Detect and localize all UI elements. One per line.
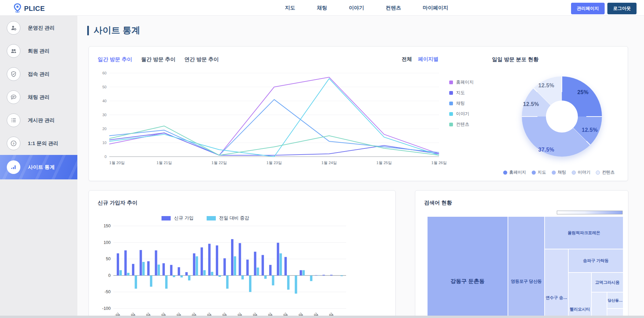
treemap-cell[interactable]: 송파구 가락동 [569,249,623,272]
svg-text:1월 2일: 1월 2일 [230,312,243,316]
tab-monthly-visits[interactable]: 월간 방문 추이 [141,56,176,63]
donut-legend-chat[interactable]: 채팅 [552,170,566,175]
nav-map[interactable]: 지도 [285,5,295,11]
svg-text:1월 14일: 1월 14일 [320,312,334,316]
scope-by-page[interactable]: 페이지별 [418,56,438,63]
map-pin-icon [14,3,21,14]
svg-text:-100: -100 [102,306,111,311]
legend-swatch [207,216,216,220]
legend-swatch [449,112,453,116]
sidebar-item-label: 접속 관리 [28,71,50,77]
legend-item-homepage[interactable]: 홈페이지 [449,79,474,85]
sidebar-item-chat[interactable]: 채팅 관리 [0,86,77,109]
sidebar-item-access[interactable]: 접속 관리 [0,63,77,86]
svg-text:50: 50 [102,85,107,89]
admin-gear-icon [7,21,20,35]
legend-swatch [503,171,507,175]
sidebar-item-inquiry[interactable]: ? 1:1 문의 관리 [0,132,77,155]
members-icon [7,44,20,58]
svg-text:?: ? [13,142,15,145]
svg-text:12월 31일: 12월 31일 [211,312,228,316]
legend-swatch [449,91,453,95]
horizontal-scrollbar[interactable] [0,316,644,318]
svg-text:1월 4일: 1월 4일 [245,312,258,316]
chat-bubble-icon [7,90,20,104]
treemap-cell[interactable]: 강동구 둔촌동 [428,217,508,316]
logout-button[interactable]: 로그아웃 [607,3,637,14]
new-members-card: 신규 가입자 추이 신규 가입 전일 대비 증감 150100500-50-10… [89,190,396,316]
treemap-cell[interactable]: 고덕그라시움 [592,273,623,292]
svg-text:40: 40 [102,99,107,103]
new-members-bar-chart: 150100500-50-10012월 17일12월 19일12월 21일12월… [95,222,356,316]
legend-swatch [449,102,453,105]
svg-text:1월 23일: 1월 23일 [266,161,282,165]
donut-legend-contents[interactable]: 컨텐츠 [596,170,615,175]
svg-text:12월 29일: 12월 29일 [196,312,212,316]
svg-text:50: 50 [106,257,111,261]
svg-text:12월 23일: 12월 23일 [150,312,167,316]
bar-chart-svg: 150100500-50-10012월 17일12월 19일12월 21일12월… [95,222,356,316]
treemap-cell[interactable]: 영등포구 당산동 [508,217,544,316]
treemap-cell[interactable]: 은평구… [607,309,623,316]
nav-story[interactable]: 이야기 [349,5,364,11]
svg-text:150: 150 [103,224,111,228]
treemap-cell[interactable]: 수원시… [592,293,607,316]
topbar-buttons: 관리페이지 로그아웃 [571,3,637,14]
legend-item-chat[interactable]: 채팅 [449,100,474,106]
svg-text:12월 19일: 12월 19일 [120,312,136,316]
nav-chat[interactable]: 채팅 [317,5,327,11]
donut-legend-homepage[interactable]: 홈페이지 [503,170,526,175]
legend-swatch [596,171,600,175]
search-keyword-treemap: 강동구 둔촌동 영등포구 당산동 올림픽파크포레온 연수구 송… 송파구 가락동… [428,217,623,316]
svg-text:20: 20 [102,127,107,131]
sidebar-item-admins[interactable]: 운영진 관리 [0,16,77,39]
scope-toggle: 전체 페이지별 [402,56,438,63]
treemap-scale-slider[interactable] [557,211,623,214]
legend-item-contents[interactable]: 컨텐츠 [449,121,474,127]
svg-text:1월 12일: 1월 12일 [304,312,319,316]
donut-label-story: 12.5% [523,101,539,107]
treemap-cell[interactable]: 올림픽파크포레온 [545,217,623,249]
legend-item-story[interactable]: 이야기 [449,111,474,117]
legend-item-map[interactable]: 지도 [449,90,474,96]
svg-text:0: 0 [105,155,107,159]
svg-text:100: 100 [103,240,111,245]
sidebar-item-board[interactable]: 게시판 관리 [0,109,77,132]
brand-logo[interactable]: PLICE [14,3,45,14]
treemap-cell[interactable]: 당산동… [607,293,623,308]
sidebar-item-members[interactable]: 회원 관리 [0,39,77,63]
treemap-cell[interactable]: 연수구 송… [545,249,568,316]
scope-all[interactable]: 전체 [402,56,412,63]
svg-text:0: 0 [108,273,111,278]
donut-legend-story[interactable]: 이야기 [572,170,591,175]
visit-distribution-donut: 12.5% 25% 12.5% 37.5% 12.5% [522,76,602,157]
nav-mypage[interactable]: 마이페이지 [423,5,448,11]
search-keywords-card: 검색어 현황 강동구 둔촌동 영등포구 당산동 올림픽파크포레온 연수구 송… … [415,190,628,316]
legend-new-signups[interactable]: 신규 가입 [162,215,194,221]
tab-daily-visits[interactable]: 일간 방문 추이 [98,56,132,63]
brand-name: PLICE [24,5,45,13]
svg-text:1월 24일: 1월 24일 [321,161,337,165]
sidebar-item-label: 운영진 관리 [28,25,55,31]
legend-swatch [449,123,453,126]
donut-label-chat: 37.5% [538,147,554,153]
legend-daily-change[interactable]: 전일 대비 증감 [207,215,249,221]
bar-chart-icon [7,160,20,174]
svg-text:1월 8일: 1월 8일 [276,312,289,316]
treemap-cell[interactable]: 헬리오시티 [569,273,591,316]
legend-swatch [449,81,453,84]
svg-text:1월 10일: 1월 10일 [289,312,304,316]
new-members-title: 신규 가입자 추이 [98,199,137,207]
svg-text:1월 25일: 1월 25일 [376,161,392,165]
sidebar-item-label: 채팅 관리 [28,94,50,101]
shield-check-icon [7,67,20,81]
donut-legend-map[interactable]: 지도 [532,170,546,175]
sidebar-item-site-stats[interactable]: 사이트 통계 [0,155,77,179]
page-title: 사이트 통계 [87,24,140,36]
svg-text:12월 21일: 12월 21일 [135,312,151,316]
nav-contents[interactable]: 컨텐츠 [386,5,401,11]
tab-yearly-visits[interactable]: 연간 방문 추이 [184,56,219,63]
admin-page-button[interactable]: 관리페이지 [571,3,605,14]
legend-swatch [162,216,171,220]
svg-text:30: 30 [102,113,107,117]
